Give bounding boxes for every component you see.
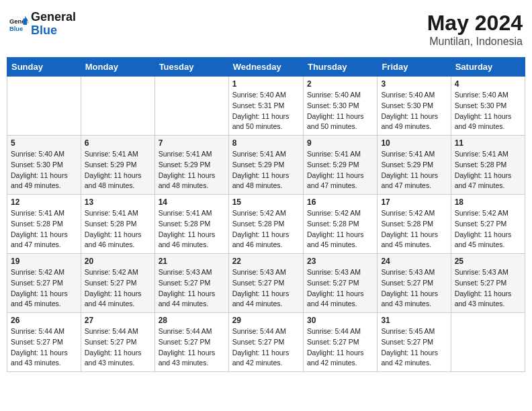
- calendar-cell: 2Sunrise: 5:40 AMSunset: 5:30 PMDaylight…: [303, 77, 377, 136]
- day-info: Sunrise: 5:43 AMSunset: 5:27 PMDaylight:…: [455, 267, 521, 310]
- day-number: 19: [11, 257, 77, 266]
- day-info: Sunrise: 5:41 AMSunset: 5:28 PMDaylight:…: [455, 149, 521, 191]
- day-number: 30: [307, 316, 373, 325]
- day-number: 16: [307, 197, 373, 207]
- calendar-cell: 6Sunrise: 5:41 AMSunset: 5:29 PMDaylight…: [81, 136, 154, 195]
- day-number: 25: [455, 257, 521, 266]
- weekday-header-sunday: Sunday: [7, 58, 81, 77]
- calendar-cell: 12Sunrise: 5:41 AMSunset: 5:28 PMDayligh…: [7, 195, 81, 254]
- day-info: Sunrise: 5:43 AMSunset: 5:27 PMDaylight:…: [307, 267, 373, 310]
- day-number: 20: [85, 257, 151, 266]
- day-info: Sunrise: 5:44 AMSunset: 5:27 PMDaylight:…: [11, 326, 77, 369]
- day-info: Sunrise: 5:42 AMSunset: 5:28 PMDaylight:…: [307, 208, 373, 250]
- day-info: Sunrise: 5:44 AMSunset: 5:27 PMDaylight:…: [307, 326, 373, 369]
- weekday-header-wednesday: Wednesday: [228, 58, 303, 77]
- calendar-cell: 23Sunrise: 5:43 AMSunset: 5:27 PMDayligh…: [303, 254, 377, 313]
- calendar-cell: 5Sunrise: 5:40 AMSunset: 5:30 PMDaylight…: [7, 136, 81, 195]
- day-info: Sunrise: 5:40 AMSunset: 5:30 PMDaylight:…: [381, 90, 447, 132]
- calendar-cell: 15Sunrise: 5:42 AMSunset: 5:28 PMDayligh…: [228, 195, 303, 254]
- calendar-cell: 18Sunrise: 5:42 AMSunset: 5:27 PMDayligh…: [451, 195, 525, 254]
- calendar-cell: 21Sunrise: 5:43 AMSunset: 5:27 PMDayligh…: [154, 254, 228, 313]
- day-number: 21: [159, 257, 225, 266]
- calendar-cell: 14Sunrise: 5:41 AMSunset: 5:28 PMDayligh…: [154, 195, 228, 254]
- calendar-cell: 13Sunrise: 5:41 AMSunset: 5:28 PMDayligh…: [81, 195, 154, 254]
- calendar-week-row: 19Sunrise: 5:42 AMSunset: 5:27 PMDayligh…: [7, 254, 525, 313]
- calendar-cell: [7, 77, 81, 136]
- calendar-cell: 19Sunrise: 5:42 AMSunset: 5:27 PMDayligh…: [7, 254, 81, 313]
- calendar-week-row: 1Sunrise: 5:40 AMSunset: 5:31 PMDaylight…: [7, 77, 525, 136]
- calendar-cell: [81, 77, 154, 136]
- day-info: Sunrise: 5:44 AMSunset: 5:27 PMDaylight:…: [159, 326, 225, 369]
- day-number: 14: [159, 197, 225, 207]
- weekday-header-friday: Friday: [378, 58, 451, 77]
- day-number: 22: [232, 257, 300, 266]
- calendar-cell: 28Sunrise: 5:44 AMSunset: 5:27 PMDayligh…: [154, 313, 228, 372]
- day-number: 17: [381, 197, 447, 207]
- calendar-cell: 29Sunrise: 5:44 AMSunset: 5:27 PMDayligh…: [228, 313, 303, 372]
- day-number: 29: [232, 316, 300, 325]
- day-info: Sunrise: 5:43 AMSunset: 5:27 PMDaylight:…: [381, 267, 447, 310]
- calendar-cell: 16Sunrise: 5:42 AMSunset: 5:28 PMDayligh…: [303, 195, 377, 254]
- day-info: Sunrise: 5:41 AMSunset: 5:29 PMDaylight:…: [232, 149, 300, 191]
- calendar-cell: 31Sunrise: 5:45 AMSunset: 5:27 PMDayligh…: [378, 313, 451, 372]
- day-info: Sunrise: 5:44 AMSunset: 5:27 PMDaylight:…: [85, 326, 151, 369]
- day-info: Sunrise: 5:41 AMSunset: 5:29 PMDaylight:…: [159, 149, 225, 191]
- day-info: Sunrise: 5:42 AMSunset: 5:28 PMDaylight:…: [381, 208, 447, 250]
- day-info: Sunrise: 5:42 AMSunset: 5:27 PMDaylight:…: [85, 267, 151, 310]
- day-number: 10: [381, 138, 447, 148]
- day-info: Sunrise: 5:42 AMSunset: 5:27 PMDaylight:…: [11, 267, 77, 310]
- logo-icon: General Blue: [9, 15, 28, 34]
- calendar-week-row: 5Sunrise: 5:40 AMSunset: 5:30 PMDaylight…: [7, 136, 525, 195]
- logo-text: General Blue: [31, 11, 76, 38]
- day-number: 26: [11, 316, 77, 325]
- weekday-header-tuesday: Tuesday: [154, 58, 228, 77]
- weekday-header-monday: Monday: [81, 58, 154, 77]
- day-number: 7: [159, 138, 225, 148]
- day-number: 12: [11, 197, 77, 207]
- day-info: Sunrise: 5:43 AMSunset: 5:27 PMDaylight:…: [232, 267, 300, 310]
- month-title: May 2024: [427, 11, 523, 36]
- day-info: Sunrise: 5:42 AMSunset: 5:27 PMDaylight:…: [455, 208, 521, 250]
- calendar-cell: 1Sunrise: 5:40 AMSunset: 5:31 PMDaylight…: [228, 77, 303, 136]
- day-number: 6: [85, 138, 151, 148]
- calendar-cell: 11Sunrise: 5:41 AMSunset: 5:28 PMDayligh…: [451, 136, 525, 195]
- day-info: Sunrise: 5:41 AMSunset: 5:28 PMDaylight:…: [11, 208, 77, 250]
- weekday-header-thursday: Thursday: [303, 58, 377, 77]
- day-number: 28: [159, 316, 225, 325]
- calendar-cell: 20Sunrise: 5:42 AMSunset: 5:27 PMDayligh…: [81, 254, 154, 313]
- calendar-cell: 25Sunrise: 5:43 AMSunset: 5:27 PMDayligh…: [451, 254, 525, 313]
- day-number: 9: [307, 138, 373, 148]
- day-number: 8: [232, 138, 300, 148]
- calendar-cell: 10Sunrise: 5:41 AMSunset: 5:29 PMDayligh…: [378, 136, 451, 195]
- calendar-cell: 4Sunrise: 5:40 AMSunset: 5:30 PMDaylight…: [451, 77, 525, 136]
- day-info: Sunrise: 5:44 AMSunset: 5:27 PMDaylight:…: [232, 326, 300, 369]
- day-number: 27: [85, 316, 151, 325]
- day-number: 3: [381, 79, 447, 89]
- day-number: 18: [455, 197, 521, 207]
- day-info: Sunrise: 5:41 AMSunset: 5:28 PMDaylight:…: [85, 208, 151, 250]
- location-title: Muntilan, Indonesia: [427, 36, 523, 48]
- day-info: Sunrise: 5:40 AMSunset: 5:30 PMDaylight:…: [307, 90, 373, 132]
- day-number: 2: [307, 79, 373, 89]
- calendar-week-row: 12Sunrise: 5:41 AMSunset: 5:28 PMDayligh…: [7, 195, 525, 254]
- svg-text:Blue: Blue: [9, 26, 23, 32]
- day-info: Sunrise: 5:41 AMSunset: 5:29 PMDaylight:…: [381, 149, 447, 191]
- day-number: 31: [381, 316, 447, 325]
- calendar-cell: 7Sunrise: 5:41 AMSunset: 5:29 PMDaylight…: [154, 136, 228, 195]
- day-info: Sunrise: 5:41 AMSunset: 5:28 PMDaylight:…: [159, 208, 225, 250]
- weekday-header-row: SundayMondayTuesdayWednesdayThursdayFrid…: [7, 58, 525, 77]
- day-number: 13: [85, 197, 151, 207]
- calendar-cell: 24Sunrise: 5:43 AMSunset: 5:27 PMDayligh…: [378, 254, 451, 313]
- header: General Blue General Blue May 2024 Munti…: [7, 7, 525, 52]
- calendar-table: SundayMondayTuesdayWednesdayThursdayFrid…: [7, 57, 525, 372]
- calendar-cell: 9Sunrise: 5:41 AMSunset: 5:29 PMDaylight…: [303, 136, 377, 195]
- calendar-cell: 27Sunrise: 5:44 AMSunset: 5:27 PMDayligh…: [81, 313, 154, 372]
- day-number: 4: [455, 79, 521, 89]
- day-number: 15: [232, 197, 300, 207]
- day-info: Sunrise: 5:45 AMSunset: 5:27 PMDaylight:…: [381, 326, 447, 369]
- calendar-cell: 3Sunrise: 5:40 AMSunset: 5:30 PMDaylight…: [378, 77, 451, 136]
- calendar-cell: 22Sunrise: 5:43 AMSunset: 5:27 PMDayligh…: [228, 254, 303, 313]
- calendar-cell: [451, 313, 525, 372]
- day-number: 24: [381, 257, 447, 266]
- day-info: Sunrise: 5:41 AMSunset: 5:29 PMDaylight:…: [85, 149, 151, 191]
